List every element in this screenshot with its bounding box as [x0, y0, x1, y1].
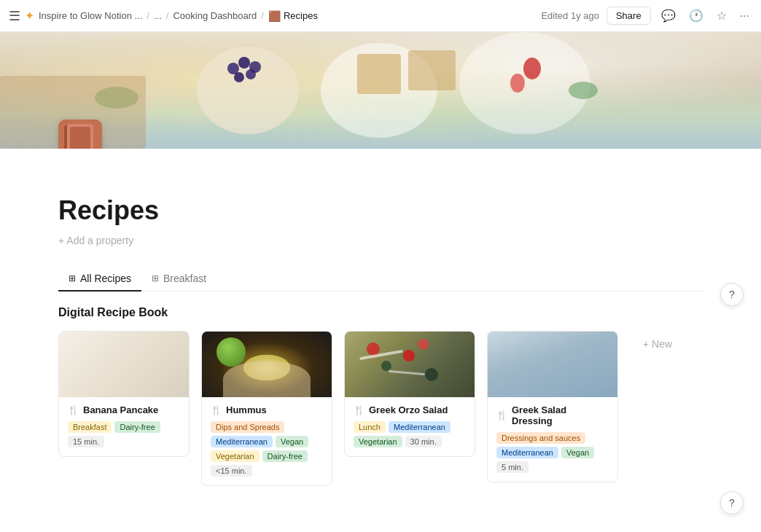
help-button[interactable]: ? [720, 491, 744, 515]
svg-rect-16 [66, 125, 93, 149]
tag-vegan: Vegan [561, 447, 594, 458]
sep2: / [166, 10, 169, 21]
new-button[interactable]: + New [636, 331, 679, 357]
main-content: Recipes + Add a property ⊞ All Recipes ⊞… [0, 195, 761, 515]
tag-vegetarian: Vegetarian [211, 450, 259, 462]
page-icon-wrapper [58, 120, 102, 149]
tag-vegetarian: Vegetarian [354, 436, 402, 447]
breadcrumb: ☰ ✦ Inspire to Glow Notion ... / ... / C… [9, 8, 318, 24]
card-image-hummus [202, 332, 332, 397]
card-image-placeholder [59, 332, 189, 397]
tag-time: 30 min. [405, 436, 442, 447]
more-icon[interactable]: ··· [737, 7, 752, 26]
add-property-button[interactable]: + Add a property [58, 232, 703, 249]
tag-breakfast: Breakfast [68, 421, 112, 433]
card-image-banana-pancake [59, 332, 189, 397]
svg-rect-17 [69, 128, 90, 149]
tab-all-icon: ⊞ [69, 273, 76, 283]
svg-rect-9 [408, 50, 456, 90]
svg-point-7 [246, 69, 256, 79]
card-body-dressing: 🍴 Greek Salad Dressing Dressings and sau… [488, 397, 617, 482]
svg-point-4 [238, 57, 250, 69]
history-icon[interactable]: 🕐 [686, 6, 706, 26]
svg-point-12 [569, 82, 598, 99]
sparkle-icon: ✦ [25, 9, 34, 23]
utensils-icon: 🍴 [496, 410, 507, 420]
card-tags-banana-pancake: Breakfast Dairy-free 15 min. [68, 421, 180, 447]
top-bar-right: Edited 1y ago Share 💬 🕐 ☆ ··· [541, 6, 752, 26]
help-button-middle[interactable]: ? [720, 283, 744, 306]
parent-page[interactable]: Cooking Dashboard [173, 10, 257, 21]
svg-point-10 [523, 58, 541, 79]
recipe-card-greek-orzo[interactable]: 🍴 Greek Orzo Salad Lunch Mediterranean V… [344, 331, 475, 457]
tag-time: <15 min. [211, 465, 252, 477]
utensils-icon: 🍴 [211, 405, 222, 415]
tabs-bar: ⊞ All Recipes ⊞ Breakfast [58, 267, 703, 292]
card-title: Greek Orzo Salad [369, 404, 448, 415]
recipe-card-banana-pancake[interactable]: 🍴 Banana Pancake Breakfast Dairy-free 15… [58, 331, 190, 457]
tag-time: 15 min. [68, 436, 104, 447]
top-bar: ☰ ✦ Inspire to Glow Notion ... / ... / C… [0, 0, 761, 32]
tag-dressings: Dressings and sauces [496, 432, 585, 444]
tag-dairy-free: Dairy-free [114, 421, 160, 433]
card-name-banana-pancake: 🍴 Banana Pancake [68, 404, 180, 415]
card-name-hummus: 🍴 Hummus [211, 404, 323, 415]
tab-breakfast[interactable]: ⊞ Breakfast [141, 267, 216, 292]
card-title: Banana Pancake [83, 404, 158, 415]
page-title: Recipes [58, 195, 703, 226]
tag-med: Mediterranean [389, 421, 450, 433]
tag-vegan: Vegan [276, 436, 308, 447]
new-label: + New [643, 338, 672, 350]
help-icon-middle: ? [729, 289, 735, 300]
cover-image [0, 32, 761, 149]
card-title: Greek Salad Dressing [512, 404, 609, 426]
cards-row: 🍴 Banana Pancake Breakfast Dairy-free 15… [58, 331, 703, 486]
svg-point-11 [510, 74, 525, 93]
card-name-orzo: 🍴 Greek Orzo Salad [354, 404, 466, 415]
card-body-banana-pancake: 🍴 Banana Pancake Breakfast Dairy-free 15… [59, 397, 189, 456]
card-title: Hummus [226, 404, 267, 415]
tab-breakfast-icon: ⊞ [152, 273, 159, 283]
tag-dips: Dips and Spreads [211, 421, 284, 433]
page-icon [58, 120, 102, 149]
card-body-orzo: 🍴 Greek Orzo Salad Lunch Mediterranean V… [345, 397, 475, 456]
sep1: / [147, 10, 149, 21]
star-icon[interactable]: ☆ [714, 6, 730, 26]
utensils-icon: 🍴 [354, 405, 364, 415]
svg-point-6 [234, 72, 244, 82]
share-button[interactable]: Share [606, 7, 651, 25]
ellipsis[interactable]: ... [154, 10, 162, 21]
comment-icon[interactable]: 💬 [658, 6, 679, 26]
tag-time: 5 min. [496, 461, 528, 473]
cover-decoration [0, 32, 761, 149]
card-tags-hummus: Dips and Spreads Mediterranean Vegan Veg… [211, 421, 323, 477]
add-property-label: + Add a property [58, 235, 133, 246]
sep3: / [261, 10, 264, 21]
card-image-orzo [345, 332, 475, 397]
tag-lunch: Lunch [354, 421, 386, 433]
tab-all-recipes[interactable]: ⊞ All Recipes [58, 267, 141, 292]
help-icon: ? [729, 497, 735, 509]
card-tags-orzo: Lunch Mediterranean Vegetarian 30 min. [354, 421, 466, 447]
card-image-dressing [488, 332, 617, 397]
tag-med: Mediterranean [496, 447, 558, 458]
recipe-card-greek-dressing[interactable]: 🍴 Greek Salad Dressing Dressings and sau… [487, 331, 618, 482]
menu-icon[interactable]: ☰ [9, 8, 20, 24]
recipe-card-hummus[interactable]: 🍴 Hummus Dips and Spreads Mediterranean … [201, 331, 332, 486]
edited-label: Edited 1y ago [541, 10, 599, 21]
current-page-icon: 🟫 [268, 10, 281, 22]
tab-breakfast-label: Breakfast [163, 273, 206, 284]
recipe-book-icon [58, 120, 102, 149]
tab-all-label: All Recipes [80, 273, 131, 284]
tag-med: Mediterranean [211, 436, 273, 447]
app-name[interactable]: Inspire to Glow Notion ... [39, 10, 142, 21]
svg-rect-8 [357, 54, 401, 94]
tag-dairy-free: Dairy-free [262, 450, 308, 462]
utensils-icon: 🍴 [68, 405, 79, 415]
card-tags-dressing: Dressings and sauces Mediterranean Vegan… [496, 432, 609, 473]
current-page-breadcrumb: 🟫 Recipes [268, 10, 318, 22]
current-page-label: Recipes [284, 10, 318, 21]
section-title: Digital Recipe Book [58, 306, 703, 319]
card-body-hummus: 🍴 Hummus Dips and Spreads Mediterranean … [202, 397, 332, 485]
svg-rect-18 [64, 125, 69, 149]
